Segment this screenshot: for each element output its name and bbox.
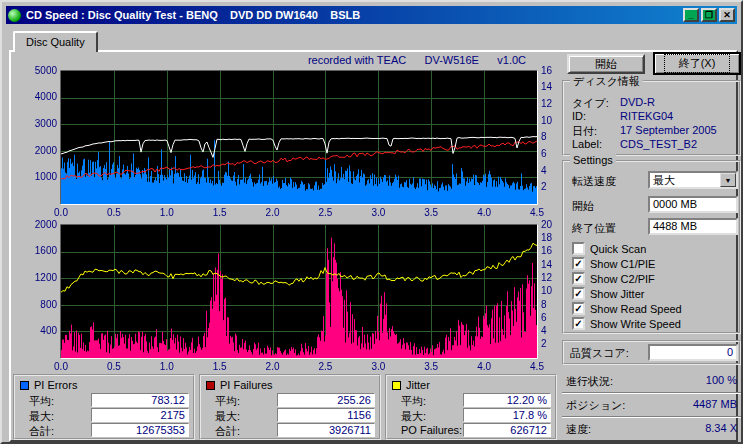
jitter-avg-value: 12.20 % — [463, 393, 551, 407]
disc-label-label: Label: — [572, 138, 602, 150]
checkbox-show-c1-pie[interactable]: ✓ Show C1/PIE — [572, 257, 655, 270]
pi-errors-total-label: 合計: — [29, 424, 54, 439]
jitter-title: Jitter — [406, 379, 430, 391]
dropdown-arrow-icon[interactable]: ▼ — [720, 173, 736, 187]
jitter-max-label: 最大: — [401, 409, 426, 424]
quality-score-value: 0 — [648, 344, 738, 361]
disc-date-row: 日付: 17 September 2005 — [572, 124, 733, 137]
disc-type-value: DVD-R — [620, 96, 655, 108]
pi-failures-color-swatch — [206, 381, 215, 390]
app-icon — [8, 9, 21, 22]
pi-failures-stats: PI Failures 平均:255.26 最大:1156 合計:3926711 — [199, 374, 381, 440]
start-position-label: 開始 — [572, 199, 594, 214]
pi-failures-total-label: 合計: — [215, 424, 240, 439]
pi-errors-stats: PI Errors 平均:783.12 最大:2175 合計:12675353 — [13, 374, 195, 440]
disc-label-row: Label: CDS_TEST_B2 — [572, 138, 733, 151]
disc-id-value: RITEKG04 — [620, 110, 673, 122]
position-row: ポジション: 4487 MB — [562, 394, 741, 416]
disc-label-value: CDS_TEST_B2 — [620, 138, 697, 150]
pif-jitter-chart — [25, 219, 557, 373]
show-jitter-label: Show Jitter — [590, 288, 644, 300]
maximize-button[interactable]: ❐ — [701, 8, 717, 22]
settings-group: Settings 転送速度 最大 ▼ 開始 0000 MB 終了位置 4488 … — [562, 160, 741, 334]
tab-disc-quality[interactable]: Disc Quality — [13, 31, 98, 52]
start-position-input[interactable]: 0000 MB — [648, 196, 738, 213]
disc-date-value: 17 September 2005 — [620, 124, 717, 136]
checkbox-show-c2-pif[interactable]: ✓ Show C2/PIF — [572, 272, 655, 285]
pi-failures-avg-label: 平均: — [215, 394, 240, 409]
pi-errors-avg-label: 平均: — [29, 394, 54, 409]
tab-page: recorded with TEAC DV-W516E v1.0C 開始 終了(… — [9, 50, 738, 442]
pi-errors-title: PI Errors — [34, 379, 77, 391]
show-c1-pie-label: Show C1/PIE — [590, 258, 655, 270]
progress-value: 100 % — [706, 374, 737, 386]
window-title: CD Speed : Disc Quality Test - BENQ DVD … — [26, 9, 683, 21]
show-write-speed-label: Show Write Speed — [590, 318, 681, 330]
jitter-stats: Jitter 平均:12.20 % 最大:17.8 % PO Failures:… — [385, 374, 557, 440]
pi-errors-header: PI Errors — [20, 379, 77, 391]
checkbox-show-jitter[interactable]: ✓ Show Jitter — [572, 287, 644, 300]
pi-errors-max-label: 最大: — [29, 409, 54, 424]
pi-failures-header: PI Failures — [206, 379, 273, 391]
checkbox-quick-scan[interactable]: Quick Scan — [572, 242, 646, 255]
show-read-speed-checkbox-box: ✓ — [572, 302, 585, 315]
disc-id-row: ID: RITEKG04 — [572, 110, 733, 123]
jitter-header: Jitter — [392, 379, 430, 391]
quick-scan-checkbox-box — [572, 242, 585, 255]
quality-score-label: 品質スコア: — [570, 346, 629, 361]
minimize-button[interactable]: _ — [683, 8, 699, 22]
speed-value: 8.34 X — [705, 422, 737, 434]
pi-errors-avg-value: 783.12 — [91, 393, 189, 407]
jitter-avg-label: 平均: — [401, 394, 426, 409]
jitter-color-swatch — [392, 381, 401, 390]
pi-failures-max-label: 最大: — [215, 409, 240, 424]
position-label: ポジション: — [566, 398, 625, 413]
pi-failures-max-value: 1156 — [277, 408, 375, 422]
pi-errors-total-value: 12675353 — [91, 423, 189, 437]
checkbox-show-read-speed[interactable]: ✓ Show Read Speed — [572, 302, 682, 315]
disc-info-legend: ディスク情報 — [570, 74, 643, 89]
quality-score-group: 品質スコア: 0 — [562, 340, 741, 365]
show-jitter-checkbox-box: ✓ — [572, 287, 585, 300]
transfer-speed-label: 転送速度 — [572, 174, 616, 189]
app-window: CD Speed : Disc Quality Test - BENQ DVD … — [0, 0, 743, 444]
status-area: 進行状況: 100 % ポジション: 4487 MB 速度: 8.34 X — [562, 368, 741, 442]
pie-speed-chart — [25, 65, 557, 219]
pi-errors-max-value: 2175 — [91, 408, 189, 422]
progress-label: 進行状況: — [566, 374, 613, 389]
titlebar-buttons: _ ❐ ✕ — [683, 8, 735, 22]
position-value: 4487 MB — [693, 398, 737, 410]
po-failures-label: PO Failures: — [401, 424, 462, 436]
titlebar[interactable]: CD Speed : Disc Quality Test - BENQ DVD … — [6, 6, 737, 24]
show-read-speed-label: Show Read Speed — [590, 303, 682, 315]
pi-failures-total-value: 3926711 — [277, 423, 375, 437]
speed-label: 速度: — [566, 422, 591, 437]
show-c2-pif-checkbox-box: ✓ — [572, 272, 585, 285]
end-position-input[interactable]: 4488 MB — [648, 218, 738, 235]
pi-failures-title: PI Failures — [220, 379, 273, 391]
close-button[interactable]: ✕ — [719, 8, 735, 22]
po-failures-value: 626712 — [463, 423, 551, 437]
speed-row: 速度: 8.34 X — [562, 418, 741, 440]
disc-type-row: タイプ: DVD-R — [572, 96, 733, 109]
pi-failures-avg-value: 255.26 — [277, 393, 375, 407]
checkbox-show-write-speed[interactable]: ✓ Show Write Speed — [572, 317, 681, 330]
show-c2-pif-label: Show C2/PIF — [590, 273, 655, 285]
jitter-max-value: 17.8 % — [463, 408, 551, 422]
show-write-speed-checkbox-box: ✓ — [572, 317, 585, 330]
end-position-label: 終了位置 — [572, 221, 616, 236]
quick-scan-label: Quick Scan — [590, 243, 646, 255]
progress-row: 進行状況: 100 % — [562, 370, 741, 392]
disc-info-group: ディスク情報 タイプ: DVD-R ID: RITEKG04 日付: 17 Se… — [562, 80, 741, 156]
tab-label: Disc Quality — [26, 36, 85, 48]
exit-button[interactable]: 終了(X) — [653, 52, 741, 75]
start-button[interactable]: 開始 — [567, 54, 645, 74]
transfer-speed-value: 最大 — [653, 173, 675, 188]
disc-date-label: 日付: — [572, 125, 597, 137]
settings-legend: Settings — [570, 154, 616, 166]
show-c1-pie-checkbox-box: ✓ — [572, 257, 585, 270]
disc-type-label: タイプ: — [572, 97, 609, 109]
exit-button-label: 終了(X) — [664, 54, 731, 73]
pi-errors-color-swatch — [20, 381, 29, 390]
transfer-speed-select[interactable]: 最大 ▼ — [648, 171, 738, 189]
